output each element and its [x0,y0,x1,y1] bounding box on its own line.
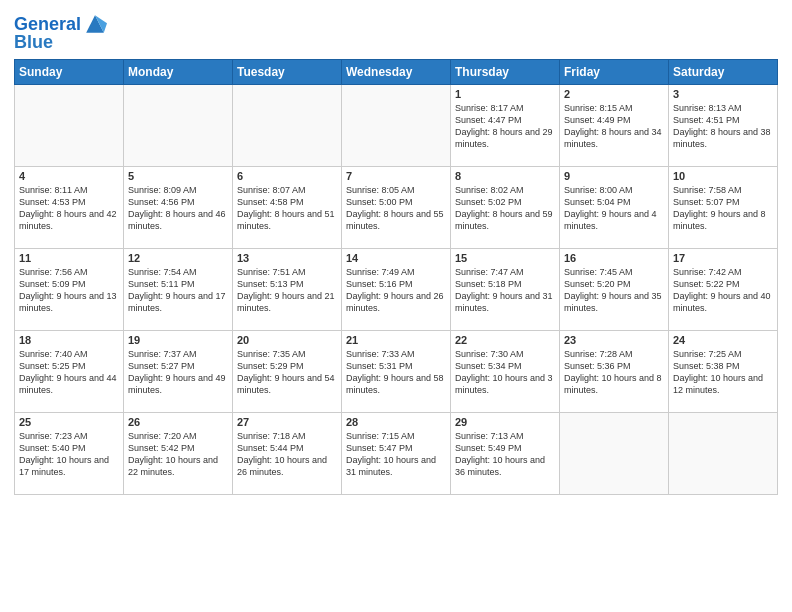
calendar-cell: 5Sunrise: 8:09 AMSunset: 4:56 PMDaylight… [124,167,233,249]
day-number: 7 [346,170,446,182]
weekday-header-friday: Friday [560,60,669,85]
day-info: Sunrise: 7:47 AMSunset: 5:18 PMDaylight:… [455,266,555,315]
day-number: 11 [19,252,119,264]
day-number: 20 [237,334,337,346]
day-info: Sunrise: 7:56 AMSunset: 5:09 PMDaylight:… [19,266,119,315]
day-info: Sunrise: 7:45 AMSunset: 5:20 PMDaylight:… [564,266,664,315]
weekday-header-wednesday: Wednesday [342,60,451,85]
calendar-cell: 28Sunrise: 7:15 AMSunset: 5:47 PMDayligh… [342,413,451,495]
day-number: 16 [564,252,664,264]
calendar-cell: 22Sunrise: 7:30 AMSunset: 5:34 PMDayligh… [451,331,560,413]
day-number: 13 [237,252,337,264]
weekday-header-tuesday: Tuesday [233,60,342,85]
weekday-header-thursday: Thursday [451,60,560,85]
day-number: 29 [455,416,555,428]
calendar-cell: 4Sunrise: 8:11 AMSunset: 4:53 PMDaylight… [15,167,124,249]
day-number: 26 [128,416,228,428]
calendar-cell: 24Sunrise: 7:25 AMSunset: 5:38 PMDayligh… [669,331,778,413]
day-number: 28 [346,416,446,428]
day-info: Sunrise: 7:49 AMSunset: 5:16 PMDaylight:… [346,266,446,315]
weekday-header-monday: Monday [124,60,233,85]
day-info: Sunrise: 7:18 AMSunset: 5:44 PMDaylight:… [237,430,337,479]
day-number: 17 [673,252,773,264]
day-number: 22 [455,334,555,346]
header: General Blue [14,10,778,53]
calendar-cell [342,85,451,167]
calendar-cell: 25Sunrise: 7:23 AMSunset: 5:40 PMDayligh… [15,413,124,495]
week-row-1: 1Sunrise: 8:17 AMSunset: 4:47 PMDaylight… [15,85,778,167]
calendar-cell: 18Sunrise: 7:40 AMSunset: 5:25 PMDayligh… [15,331,124,413]
week-row-5: 25Sunrise: 7:23 AMSunset: 5:40 PMDayligh… [15,413,778,495]
week-row-2: 4Sunrise: 8:11 AMSunset: 4:53 PMDaylight… [15,167,778,249]
calendar-cell: 15Sunrise: 7:47 AMSunset: 5:18 PMDayligh… [451,249,560,331]
calendar-cell: 16Sunrise: 7:45 AMSunset: 5:20 PMDayligh… [560,249,669,331]
calendar-cell: 1Sunrise: 8:17 AMSunset: 4:47 PMDaylight… [451,85,560,167]
calendar-cell: 12Sunrise: 7:54 AMSunset: 5:11 PMDayligh… [124,249,233,331]
calendar-cell: 27Sunrise: 7:18 AMSunset: 5:44 PMDayligh… [233,413,342,495]
day-info: Sunrise: 7:51 AMSunset: 5:13 PMDaylight:… [237,266,337,315]
calendar-cell: 8Sunrise: 8:02 AMSunset: 5:02 PMDaylight… [451,167,560,249]
week-row-3: 11Sunrise: 7:56 AMSunset: 5:09 PMDayligh… [15,249,778,331]
calendar-cell: 26Sunrise: 7:20 AMSunset: 5:42 PMDayligh… [124,413,233,495]
day-number: 25 [19,416,119,428]
day-number: 15 [455,252,555,264]
day-info: Sunrise: 8:15 AMSunset: 4:49 PMDaylight:… [564,102,664,151]
day-number: 9 [564,170,664,182]
calendar-body: 1Sunrise: 8:17 AMSunset: 4:47 PMDaylight… [15,85,778,495]
calendar-cell: 9Sunrise: 8:00 AMSunset: 5:04 PMDaylight… [560,167,669,249]
day-info: Sunrise: 8:13 AMSunset: 4:51 PMDaylight:… [673,102,773,151]
logo: General Blue [14,14,107,53]
calendar-cell: 7Sunrise: 8:05 AMSunset: 5:00 PMDaylight… [342,167,451,249]
day-number: 12 [128,252,228,264]
day-info: Sunrise: 8:07 AMSunset: 4:58 PMDaylight:… [237,184,337,233]
day-number: 14 [346,252,446,264]
calendar-cell: 19Sunrise: 7:37 AMSunset: 5:27 PMDayligh… [124,331,233,413]
day-number: 23 [564,334,664,346]
logo-icon [83,12,107,36]
calendar-cell: 11Sunrise: 7:56 AMSunset: 5:09 PMDayligh… [15,249,124,331]
day-info: Sunrise: 7:35 AMSunset: 5:29 PMDaylight:… [237,348,337,397]
day-info: Sunrise: 8:09 AMSunset: 4:56 PMDaylight:… [128,184,228,233]
day-number: 8 [455,170,555,182]
calendar-cell: 2Sunrise: 8:15 AMSunset: 4:49 PMDaylight… [560,85,669,167]
day-number: 5 [128,170,228,182]
calendar-cell [669,413,778,495]
day-info: Sunrise: 7:25 AMSunset: 5:38 PMDaylight:… [673,348,773,397]
calendar-cell: 21Sunrise: 7:33 AMSunset: 5:31 PMDayligh… [342,331,451,413]
calendar-cell: 6Sunrise: 8:07 AMSunset: 4:58 PMDaylight… [233,167,342,249]
day-number: 2 [564,88,664,100]
day-number: 3 [673,88,773,100]
page-container: General Blue SundayMondayTuesdayWednesda… [0,0,792,501]
calendar-cell: 17Sunrise: 7:42 AMSunset: 5:22 PMDayligh… [669,249,778,331]
day-info: Sunrise: 8:17 AMSunset: 4:47 PMDaylight:… [455,102,555,151]
calendar-cell: 14Sunrise: 7:49 AMSunset: 5:16 PMDayligh… [342,249,451,331]
day-info: Sunrise: 7:28 AMSunset: 5:36 PMDaylight:… [564,348,664,397]
day-info: Sunrise: 7:13 AMSunset: 5:49 PMDaylight:… [455,430,555,479]
calendar-cell [233,85,342,167]
week-row-4: 18Sunrise: 7:40 AMSunset: 5:25 PMDayligh… [15,331,778,413]
day-info: Sunrise: 8:11 AMSunset: 4:53 PMDaylight:… [19,184,119,233]
day-info: Sunrise: 7:37 AMSunset: 5:27 PMDaylight:… [128,348,228,397]
day-info: Sunrise: 7:54 AMSunset: 5:11 PMDaylight:… [128,266,228,315]
calendar-cell: 29Sunrise: 7:13 AMSunset: 5:49 PMDayligh… [451,413,560,495]
weekday-header-saturday: Saturday [669,60,778,85]
day-info: Sunrise: 7:42 AMSunset: 5:22 PMDaylight:… [673,266,773,315]
day-info: Sunrise: 7:33 AMSunset: 5:31 PMDaylight:… [346,348,446,397]
day-info: Sunrise: 8:00 AMSunset: 5:04 PMDaylight:… [564,184,664,233]
day-info: Sunrise: 7:23 AMSunset: 5:40 PMDaylight:… [19,430,119,479]
day-info: Sunrise: 8:05 AMSunset: 5:00 PMDaylight:… [346,184,446,233]
calendar-cell: 23Sunrise: 7:28 AMSunset: 5:36 PMDayligh… [560,331,669,413]
day-number: 18 [19,334,119,346]
day-number: 21 [346,334,446,346]
calendar-cell [124,85,233,167]
calendar-cell: 13Sunrise: 7:51 AMSunset: 5:13 PMDayligh… [233,249,342,331]
day-info: Sunrise: 7:40 AMSunset: 5:25 PMDaylight:… [19,348,119,397]
calendar-cell: 10Sunrise: 7:58 AMSunset: 5:07 PMDayligh… [669,167,778,249]
day-number: 1 [455,88,555,100]
day-info: Sunrise: 7:58 AMSunset: 5:07 PMDaylight:… [673,184,773,233]
day-number: 10 [673,170,773,182]
day-number: 6 [237,170,337,182]
day-number: 4 [19,170,119,182]
day-info: Sunrise: 7:20 AMSunset: 5:42 PMDaylight:… [128,430,228,479]
calendar-cell [560,413,669,495]
